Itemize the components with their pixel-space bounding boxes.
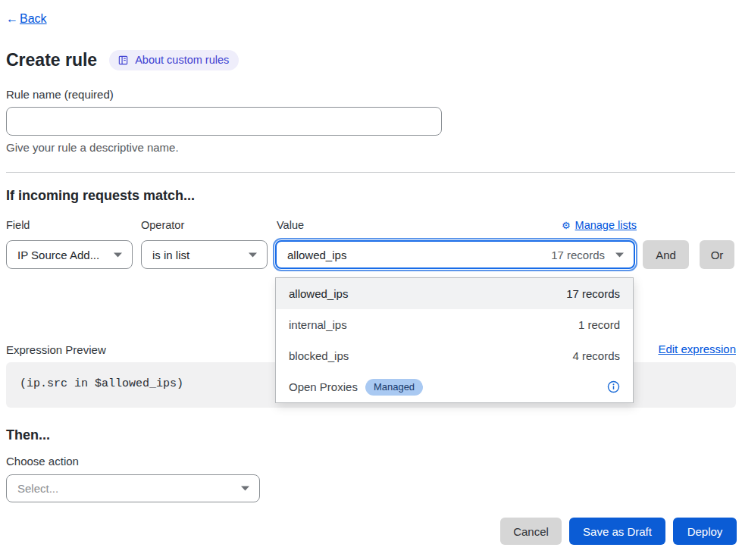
create-rule-page: ←Back Create rule About custom rules Rul… bbox=[0, 0, 742, 560]
chevron-down-icon bbox=[114, 252, 122, 258]
about-badge-label: About custom rules bbox=[135, 54, 229, 66]
save-as-draft-button[interactable]: Save as Draft bbox=[569, 518, 665, 545]
title-row: Create rule About custom rules bbox=[6, 50, 239, 70]
rule-name-label: Rule name (required) bbox=[6, 88, 114, 101]
list-item-name: internal_ips bbox=[289, 318, 347, 331]
then-section-heading: Then... bbox=[6, 427, 50, 443]
list-item-record-count: 1 record bbox=[578, 318, 620, 331]
operator-select[interactable]: is in list bbox=[141, 240, 268, 269]
match-section-heading: If incoming requests match... bbox=[6, 188, 195, 204]
operator-column-label: Operator bbox=[141, 219, 184, 231]
about-custom-rules-badge[interactable]: About custom rules bbox=[109, 50, 239, 70]
value-select-record-count: 17 records bbox=[551, 249, 605, 261]
expression-preview-label: Expression Preview bbox=[6, 343, 106, 356]
operator-select-value: is in list bbox=[152, 249, 189, 261]
cancel-button[interactable]: Cancel bbox=[500, 518, 562, 545]
rule-name-helper: Give your rule a descriptive name. bbox=[6, 141, 179, 154]
action-select-placeholder: Select... bbox=[17, 482, 58, 495]
back-link[interactable]: ←Back bbox=[6, 12, 47, 26]
rule-name-input[interactable] bbox=[6, 107, 442, 136]
deploy-button[interactable]: Deploy bbox=[673, 518, 737, 545]
value-column-label: Value bbox=[277, 219, 304, 231]
chevron-down-icon bbox=[615, 252, 624, 258]
or-button[interactable]: Or bbox=[700, 240, 734, 269]
value-select[interactable]: allowed_ips 17 records bbox=[275, 240, 635, 269]
back-label: Back bbox=[20, 12, 47, 26]
section-divider bbox=[6, 172, 735, 173]
list-item-name: Open Proxies bbox=[289, 380, 358, 393]
list-item-name: allowed_ips bbox=[289, 287, 348, 300]
info-icon[interactable] bbox=[607, 380, 620, 393]
list-item-internal-ips[interactable]: internal_ips 1 record bbox=[276, 309, 633, 340]
action-select[interactable]: Select... bbox=[6, 474, 260, 502]
field-column-label: Field bbox=[6, 219, 30, 231]
back-arrow-icon: ← bbox=[6, 12, 18, 26]
field-select-value: IP Source Add... bbox=[17, 249, 99, 261]
list-item-open-proxies[interactable]: Open Proxies Managed bbox=[276, 371, 633, 402]
value-select-dropdown: allowed_ips 17 records internal_ips 1 re… bbox=[275, 277, 634, 403]
and-button[interactable]: And bbox=[643, 240, 689, 269]
manage-lists-label: Manage lists bbox=[575, 219, 637, 231]
chevron-down-icon bbox=[241, 486, 249, 491]
chevron-down-icon bbox=[249, 252, 257, 258]
book-icon bbox=[117, 55, 129, 66]
field-select[interactable]: IP Source Add... bbox=[6, 240, 133, 269]
managed-badge: Managed bbox=[365, 379, 423, 396]
list-item-blocked-ips[interactable]: blocked_ips 4 records bbox=[276, 340, 633, 371]
list-item-name: blocked_ips bbox=[289, 349, 349, 362]
value-select-value: allowed_ips bbox=[287, 249, 346, 261]
page-title: Create rule bbox=[6, 50, 97, 70]
list-item-allowed-ips[interactable]: allowed_ips 17 records bbox=[276, 278, 633, 309]
manage-lists-link[interactable]: ⚙ Manage lists bbox=[562, 219, 637, 231]
list-item-record-count: 17 records bbox=[566, 287, 620, 300]
choose-action-label: Choose action bbox=[6, 455, 79, 468]
gear-icon: ⚙ bbox=[562, 221, 571, 230]
edit-expression-link[interactable]: Edit expression bbox=[658, 343, 736, 355]
list-item-record-count: 4 records bbox=[572, 349, 620, 362]
